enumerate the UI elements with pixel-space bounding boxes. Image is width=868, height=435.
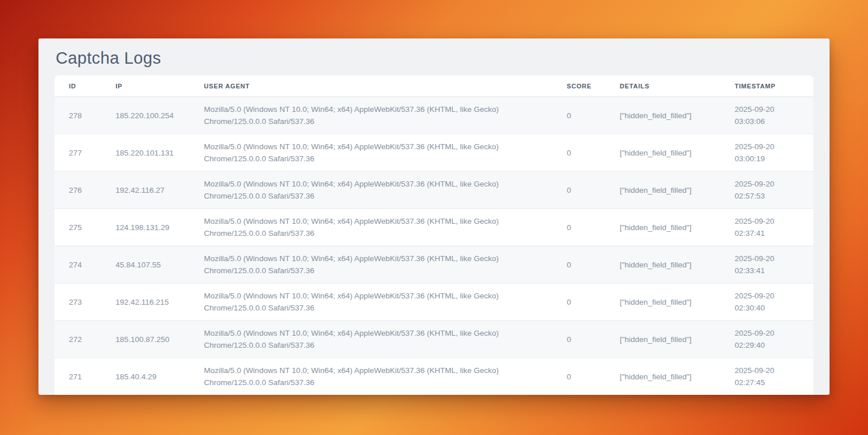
cell-ip: 185.100.87.250 xyxy=(110,321,198,358)
cell-id: 274 xyxy=(55,246,110,283)
cell-details: ["hidden_field_filled"] xyxy=(614,97,728,134)
cell-id: 277 xyxy=(55,134,110,172)
cell-score: 0 xyxy=(561,321,614,358)
table-row: 276 192.42.116.27 Mozilla/5.0 (Windows N… xyxy=(55,172,813,209)
cell-id: 275 xyxy=(55,209,110,246)
cell-details: ["hidden_field_filled"] xyxy=(614,134,728,172)
cell-ip: 124.198.131.29 xyxy=(110,209,198,246)
cell-user-agent: Mozilla/5.0 (Windows NT 10.0; Win64; x64… xyxy=(198,97,561,134)
cell-details: ["hidden_field_filled"] xyxy=(614,246,728,283)
cell-details: ["hidden_field_filled"] xyxy=(614,358,728,395)
table-row: 273 192.42.116.215 Mozilla/5.0 (Windows … xyxy=(55,283,813,321)
column-header-id: ID xyxy=(55,75,110,97)
cell-score: 0 xyxy=(561,97,614,134)
column-header-user-agent: USER AGENT xyxy=(198,75,561,97)
table-row: 271 185.40.4.29 Mozilla/5.0 (Windows NT … xyxy=(55,358,813,395)
cell-timestamp: 2025-09-20 02:27:45 xyxy=(729,358,813,395)
table-row: 278 185.220.100.254 Mozilla/5.0 (Windows… xyxy=(55,97,813,134)
cell-user-agent: Mozilla/5.0 (Windows NT 10.0; Win64; x64… xyxy=(198,246,561,283)
cell-timestamp: 2025-09-20 02:30:40 xyxy=(729,283,813,321)
cell-ip: 192.42.116.215 xyxy=(110,283,198,321)
cell-details: ["hidden_field_filled"] xyxy=(614,209,728,246)
cell-id: 271 xyxy=(55,358,110,395)
cell-ip: 185.220.100.254 xyxy=(110,97,198,134)
cell-ip: 45.84.107.55 xyxy=(110,246,198,283)
captcha-logs-table: ID IP USER AGENT SCORE DETAILS TIMESTAMP… xyxy=(55,75,813,395)
cell-timestamp: 2025-09-20 03:00:19 xyxy=(729,134,813,172)
table-row: 274 45.84.107.55 Mozilla/5.0 (Windows NT… xyxy=(55,246,813,283)
table-row: 277 185.220.101.131 Mozilla/5.0 (Windows… xyxy=(55,134,813,172)
table-body: 278 185.220.100.254 Mozilla/5.0 (Windows… xyxy=(55,97,813,395)
cell-timestamp: 2025-09-20 02:57:53 xyxy=(729,172,813,209)
cell-timestamp: 2025-09-20 02:37:41 xyxy=(729,209,813,246)
cell-user-agent: Mozilla/5.0 (Windows NT 10.0; Win64; x64… xyxy=(198,134,561,172)
cell-score: 0 xyxy=(561,134,614,172)
cell-id: 273 xyxy=(55,283,110,321)
cell-score: 0 xyxy=(561,209,614,246)
cell-ip: 185.40.4.29 xyxy=(110,358,198,395)
cell-id: 278 xyxy=(55,97,110,134)
cell-user-agent: Mozilla/5.0 (Windows NT 10.0; Win64; x64… xyxy=(198,172,561,209)
cell-user-agent: Mozilla/5.0 (Windows NT 10.0; Win64; x64… xyxy=(198,358,561,395)
cell-score: 0 xyxy=(561,358,614,395)
column-header-score: SCORE xyxy=(561,75,614,97)
cell-id: 272 xyxy=(55,321,110,358)
table-row: 272 185.100.87.250 Mozilla/5.0 (Windows … xyxy=(55,321,813,358)
page-title: Captcha Logs xyxy=(38,38,830,75)
cell-score: 0 xyxy=(561,246,614,283)
column-header-details: DETAILS xyxy=(614,75,728,97)
cell-details: ["hidden_field_filled"] xyxy=(614,283,728,321)
logs-table-panel: ID IP USER AGENT SCORE DETAILS TIMESTAMP… xyxy=(55,75,813,395)
table-header-row: ID IP USER AGENT SCORE DETAILS TIMESTAMP xyxy=(55,75,813,97)
column-header-ip: IP xyxy=(110,75,198,97)
column-header-timestamp: TIMESTAMP xyxy=(729,75,813,97)
cell-ip: 192.42.116.27 xyxy=(110,172,198,209)
cell-id: 276 xyxy=(55,172,110,209)
cell-user-agent: Mozilla/5.0 (Windows NT 10.0; Win64; x64… xyxy=(198,321,561,358)
cell-details: ["hidden_field_filled"] xyxy=(614,321,728,358)
cell-ip: 185.220.101.131 xyxy=(110,134,198,172)
cell-details: ["hidden_field_filled"] xyxy=(614,172,728,209)
captcha-logs-card: Captcha Logs ID IP USER AGENT SCORE DETA… xyxy=(38,38,830,395)
cell-user-agent: Mozilla/5.0 (Windows NT 10.0; Win64; x64… xyxy=(198,283,561,321)
cell-timestamp: 2025-09-20 03:03:06 xyxy=(729,97,813,134)
cell-timestamp: 2025-09-20 02:29:40 xyxy=(729,321,813,358)
cell-score: 0 xyxy=(561,283,614,321)
cell-score: 0 xyxy=(561,172,614,209)
table-row: 275 124.198.131.29 Mozilla/5.0 (Windows … xyxy=(55,209,813,246)
cell-timestamp: 2025-09-20 02:33:41 xyxy=(729,246,813,283)
table-header: ID IP USER AGENT SCORE DETAILS TIMESTAMP xyxy=(55,75,813,97)
cell-user-agent: Mozilla/5.0 (Windows NT 10.0; Win64; x64… xyxy=(198,209,561,246)
